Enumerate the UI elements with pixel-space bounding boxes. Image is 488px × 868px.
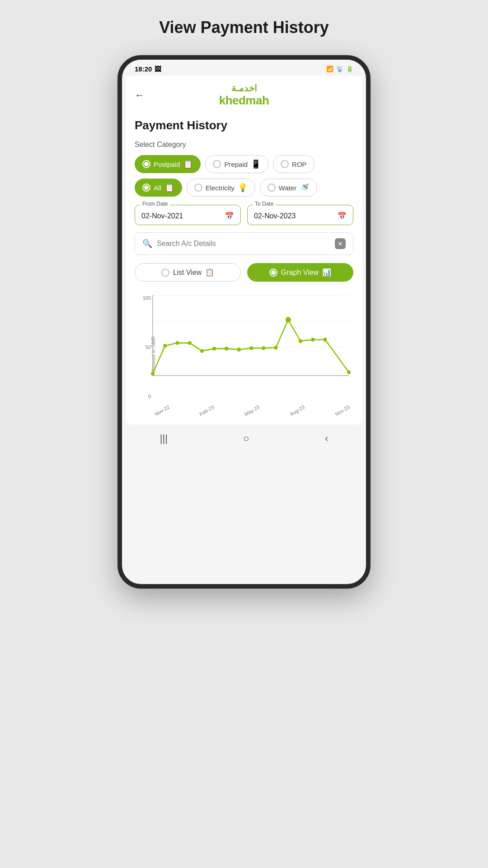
photo-icon: 🖼 [155, 65, 161, 73]
chart-area: Amount in OMR 100 50 0 [135, 291, 353, 417]
svg-point-16 [274, 346, 277, 349]
x-label-nov22: Nov-22 [154, 404, 170, 417]
y-labels: 100 50 0 [136, 295, 151, 399]
signal-icon: 📡 [336, 66, 343, 72]
svg-point-18 [299, 339, 302, 343]
page-title: View Payment History [159, 18, 329, 37]
from-date-field[interactable]: From Date 02-Nov-2021 📅 [135, 205, 241, 225]
view-toggle-row: List View 📋 Graph View 📊 [135, 263, 353, 282]
water-icon: 🚿 [300, 183, 310, 193]
prepaid-icon: 📱 [251, 159, 261, 169]
category-prepaid[interactable]: Prepaid 📱 [205, 155, 268, 173]
chart-inner [153, 295, 349, 399]
category-all[interactable]: All 📋 [135, 179, 182, 197]
svg-point-14 [249, 346, 253, 350]
status-bar: 18:20 🖼 📶 📡 🔋 [122, 60, 366, 75]
electricity-label: Electricity [206, 184, 235, 192]
x-label-may23: May-23 [244, 404, 261, 417]
logo-area: اخدمـة khedmah [219, 83, 269, 108]
nav-bar: ||| ○ ‹ [122, 426, 366, 453]
svg-point-21 [347, 370, 351, 374]
to-date-value: 02-Nov-2023 📅 [254, 212, 347, 220]
electricity-icon: 💡 [238, 183, 248, 193]
category-postpaid[interactable]: Postpaid 📋 [135, 155, 201, 173]
svg-point-15 [262, 346, 265, 350]
graph-view-label: Graph View [281, 269, 319, 277]
wifi-icon: 📶 [326, 66, 333, 72]
nav-home-icon[interactable]: ○ [243, 433, 249, 444]
y-label-50: 50 [145, 344, 151, 350]
svg-point-12 [225, 347, 228, 350]
all-icon: 📋 [164, 183, 174, 193]
svg-point-7 [163, 344, 167, 348]
app-header: ← اخدمـة khedmah [126, 75, 362, 111]
app-content: ← اخدمـة khedmah Payment History Select … [126, 75, 362, 425]
category-water[interactable]: Water 🚿 [260, 179, 317, 197]
x-label-nov23: Nov-23 [334, 404, 351, 417]
x-labels: Nov-22 Feb-23 May-23 Aug-23 Nov-23 [153, 408, 349, 414]
category-electricity[interactable]: Electricity 💡 [187, 179, 255, 197]
phone-frame: 18:20 🖼 📶 📡 🔋 ← اخدمـة khedmah Payment H… [117, 55, 371, 589]
to-date-label: To Date [253, 201, 275, 207]
list-view-button[interactable]: List View 📋 [135, 263, 241, 282]
all-label: All [154, 184, 161, 192]
svg-point-19 [311, 338, 314, 341]
prepaid-label: Prepaid [224, 160, 248, 168]
svg-point-10 [200, 349, 204, 353]
status-time: 18:20 [135, 65, 152, 73]
svg-point-17 [286, 317, 291, 323]
svg-point-20 [323, 338, 327, 341]
calendar-icon-from: 📅 [225, 212, 234, 220]
y-label-0: 0 [148, 394, 151, 399]
graph-view-button[interactable]: Graph View 📊 [247, 263, 353, 282]
svg-point-9 [188, 341, 192, 344]
list-view-icon: 📋 [205, 268, 214, 277]
search-box: 🔍 ✕ [135, 232, 353, 255]
category-row-2: All 📋 Electricity 💡 Water 🚿 [135, 179, 353, 197]
postpaid-icon: 📋 [183, 159, 193, 169]
svg-point-11 [212, 347, 216, 350]
line-chart-svg [153, 295, 349, 399]
svg-point-8 [175, 341, 179, 344]
search-input[interactable] [157, 240, 330, 248]
app-body: Payment History Select Category Postpaid… [126, 111, 362, 425]
svg-point-13 [237, 348, 241, 351]
to-date-field[interactable]: To Date 02-Nov-2023 📅 [247, 205, 353, 225]
svg-point-6 [151, 372, 155, 375]
back-button[interactable]: ← [135, 90, 145, 101]
category-row-1: Postpaid 📋 Prepaid 📱 ROP [135, 155, 353, 173]
rop-label: ROP [292, 160, 307, 168]
from-date-label: From Date [141, 201, 170, 207]
date-row: From Date 02-Nov-2021 📅 To Date 02-Nov-2… [135, 205, 353, 225]
payment-history-title: Payment History [135, 118, 353, 132]
x-label-feb23: Feb-23 [199, 404, 215, 417]
logo-english: khedmah [219, 94, 269, 108]
clear-button[interactable]: ✕ [335, 238, 346, 249]
nav-back-icon[interactable]: ‹ [325, 433, 328, 444]
battery-icon: 🔋 [346, 66, 353, 72]
y-label-100: 100 [143, 295, 151, 301]
logo-arabic: اخدمـة [231, 83, 257, 94]
x-label-aug23: Aug-23 [289, 404, 305, 417]
nav-menu-icon[interactable]: ||| [160, 433, 168, 444]
water-label: Water [279, 184, 296, 192]
graph-view-icon: 📊 [322, 268, 331, 277]
select-category-label: Select Category [135, 141, 353, 149]
postpaid-label: Postpaid [154, 160, 180, 168]
category-rop[interactable]: ROP [273, 155, 314, 173]
from-date-value: 02-Nov-2021 📅 [141, 212, 234, 220]
calendar-icon-to: 📅 [338, 212, 347, 220]
list-view-label: List View [173, 269, 202, 277]
search-icon: 🔍 [142, 239, 152, 249]
